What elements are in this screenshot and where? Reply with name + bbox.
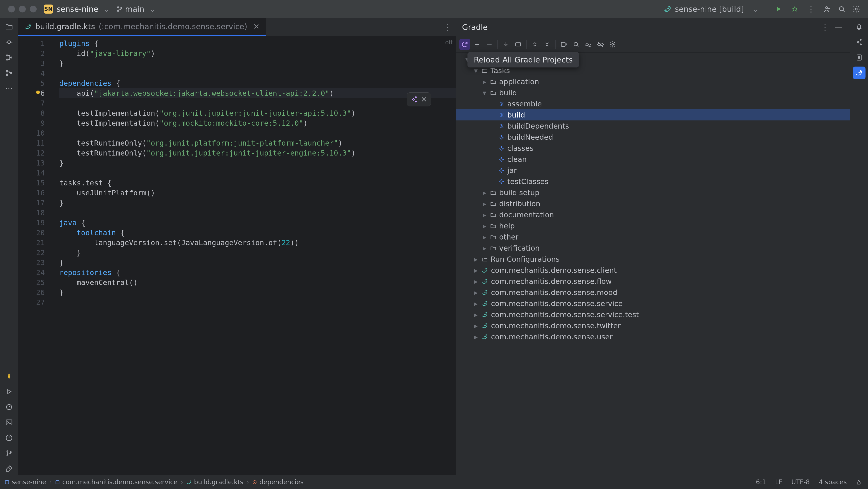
svg-point-11	[10, 57, 12, 58]
expand-all-button[interactable]	[529, 39, 540, 50]
reload-projects-button[interactable]	[459, 39, 470, 50]
inspections-off-label[interactable]: off	[445, 39, 453, 46]
project-chevron-icon[interactable]: ⌄	[98, 4, 115, 13]
svg-point-13	[6, 74, 8, 76]
breadcrumb-item[interactable]: dependencies	[252, 478, 304, 486]
readonly-lock-icon[interactable]	[856, 479, 862, 485]
gradle-tree-item[interactable]: com.mechanitis.demo.sense.client	[456, 265, 850, 276]
run-tool-icon[interactable]	[3, 385, 16, 398]
gradle-tree-item[interactable]: com.mechanitis.demo.sense.service.test	[456, 309, 850, 320]
gradle-tool-window: Gradle ⋮ — ＋ − Reload All Gradle Project…	[456, 18, 850, 475]
run-config-dropdown[interactable]: sense-nine [build] ⌄	[659, 3, 768, 15]
structure-tool-icon[interactable]	[3, 51, 16, 64]
editor-code[interactable]: plugins { id("java-library")}dependencie…	[50, 36, 456, 475]
encoding-indicator[interactable]: UTF-8	[791, 478, 810, 486]
caret-position[interactable]: 6:1	[756, 478, 766, 486]
project-badge[interactable]: SN	[44, 4, 53, 13]
gradle-icon	[663, 5, 672, 13]
zoom-window-btn[interactable]	[30, 6, 37, 12]
services-tool-icon[interactable]	[3, 370, 16, 382]
gradle-panel-minimize-icon[interactable]: —	[833, 22, 844, 33]
gradle-tree-item[interactable]: com.mechanitis.demo.sense.user	[456, 331, 850, 342]
gradle-tree-item[interactable]: documentation	[456, 209, 850, 220]
breadcrumb-item[interactable]: com.mechanitis.demo.sense.service	[55, 478, 178, 486]
toggle-skip-tests-button[interactable]	[595, 39, 606, 50]
gradle-tree-item[interactable]: com.mechanitis.demo.sense.service	[456, 298, 850, 309]
minimize-window-btn[interactable]	[19, 6, 26, 12]
run-button[interactable]	[773, 4, 784, 15]
reload-tooltip: Reload All Gradle Projects	[467, 52, 579, 67]
analyze-deps-button[interactable]	[570, 39, 582, 50]
search-everywhere-icon[interactable]	[836, 4, 847, 15]
more-run-button[interactable]: ⋮	[806, 4, 816, 15]
project-name[interactable]: sense-nine	[57, 4, 98, 13]
gradle-tree-item[interactable]: buildDependents	[456, 120, 850, 132]
gradle-tree-item[interactable]: com.mechanitis.demo.sense.twitter	[456, 320, 850, 331]
commit-tool-icon[interactable]	[3, 36, 16, 49]
gradle-tree-item[interactable]: help	[456, 220, 850, 231]
gradle-tree-item[interactable]: verification	[456, 242, 850, 254]
toggle-offline-button[interactable]	[583, 39, 594, 50]
gradle-panel-more-icon[interactable]: ⋮	[819, 22, 831, 33]
download-sources-button[interactable]	[500, 39, 512, 50]
gradle-tree-item[interactable]: testClasses	[456, 176, 850, 187]
gradle-toolbar: ＋ − Reload All Gradle Projects	[456, 36, 850, 53]
gradle-tree[interactable]: sense-nineTasksapplicationbuildassembleb…	[456, 53, 850, 475]
profiler-tool-icon[interactable]	[3, 401, 16, 413]
gradle-settings-button[interactable]	[607, 39, 618, 50]
gradle-tree-item[interactable]: jar	[456, 165, 850, 176]
breadcrumb-item[interactable]: sense-nine	[4, 478, 46, 486]
editor-tab-more[interactable]: ⋮	[444, 18, 456, 36]
gradle-tree-item[interactable]: distribution	[456, 198, 850, 209]
gradle-tree-item[interactable]: other	[456, 231, 850, 242]
ai-assistant-icon[interactable]	[853, 36, 866, 49]
gradle-tree-item[interactable]: application	[456, 76, 850, 87]
breadcrumbs[interactable]: sense-nine›com.mechanitis.demo.sense.ser…	[0, 478, 304, 486]
ai-suggestion-bubble[interactable]: ✕	[407, 92, 431, 107]
add-project-button[interactable]: ＋	[471, 39, 483, 50]
remove-project-button[interactable]: −	[484, 39, 495, 50]
gradle-tree-item[interactable]: Run Configurations	[456, 254, 850, 265]
close-window-btn[interactable]	[8, 6, 15, 12]
svg-point-0	[117, 6, 119, 8]
more-tool-icon[interactable]: ⋯	[3, 82, 16, 95]
editor-tab[interactable]: build.gradle.kts (:com.mechanitis.demo.s…	[18, 18, 266, 36]
svg-point-9	[6, 55, 8, 56]
svg-point-6	[839, 6, 844, 11]
assign-shortcut-button[interactable]	[513, 39, 524, 50]
svg-point-8	[8, 41, 10, 44]
gutter-marker-icon[interactable]	[36, 91, 40, 94]
problems-tool-icon[interactable]	[3, 431, 16, 444]
branch-name[interactable]: main	[125, 4, 144, 13]
ai-bubble-close-icon[interactable]: ✕	[421, 95, 428, 104]
close-tab-icon[interactable]: ✕	[253, 22, 260, 31]
gradle-tree-item[interactable]: com.mechanitis.demo.sense.flow	[456, 276, 850, 287]
build-tool-icon[interactable]	[3, 462, 16, 475]
debug-button[interactable]	[789, 4, 800, 15]
tab-file-name: build.gradle.kts	[35, 22, 95, 31]
gradle-tree-item[interactable]: build setup	[456, 187, 850, 198]
git-tool-icon[interactable]	[3, 447, 16, 460]
branch-chevron-icon[interactable]: ⌄	[144, 4, 161, 13]
gradle-tree-item[interactable]: assemble	[456, 98, 850, 109]
right-tool-rail	[850, 18, 868, 475]
gradle-tree-item[interactable]: build	[456, 87, 850, 98]
indent-indicator[interactable]: 4 spaces	[819, 478, 847, 486]
project-tool-icon[interactable]	[3, 20, 16, 33]
collapse-all-button[interactable]	[541, 39, 553, 50]
database-tool-icon[interactable]	[853, 51, 866, 64]
code-with-me-icon[interactable]	[822, 4, 833, 15]
settings-icon[interactable]	[851, 4, 862, 15]
gradle-tree-item[interactable]: classes	[456, 143, 850, 154]
gradle-tree-item[interactable]: clean	[456, 154, 850, 165]
vcs-tool-icon[interactable]	[3, 66, 16, 79]
line-sep-indicator[interactable]: LF	[775, 478, 782, 486]
terminal-tool-icon[interactable]	[3, 416, 16, 429]
gradle-tree-item[interactable]: build	[456, 109, 850, 120]
gradle-tree-item[interactable]: buildNeeded	[456, 132, 850, 143]
run-task-button[interactable]	[558, 39, 569, 50]
breadcrumb-item[interactable]: build.gradle.kts	[186, 478, 243, 486]
gradle-tree-item[interactable]: com.mechanitis.demo.sense.mood	[456, 287, 850, 298]
gradle-tool-icon[interactable]	[853, 66, 866, 79]
notifications-icon[interactable]	[853, 20, 866, 33]
